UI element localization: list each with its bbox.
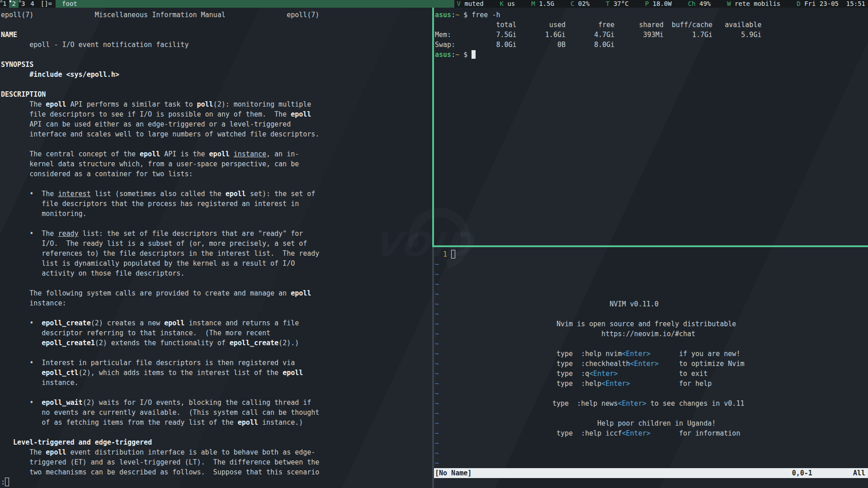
status-key: D	[797, 0, 800, 7]
workspace-tag-1[interactable]: 1	[0, 0, 9, 8]
tag-client-indicator	[0, 0, 2, 2]
hollow-cursor	[451, 250, 455, 258]
nvim-gutter-and-tildes: 1 ~ ~ ~ ~ ~ ~ ~ ~ ~ ~ ~ ~ ~ ~ ~ ~ ~ ~ ~ …	[435, 249, 455, 468]
workspace-tags: 1234	[0, 0, 37, 8]
tag-label: 2	[12, 0, 15, 7]
status-value: Fri 23-05 15:51	[801, 0, 865, 7]
status-segment-t: T 37°C	[606, 0, 629, 8]
status-segment-ch: Ch 49%	[688, 0, 711, 8]
status-key: T	[606, 0, 609, 7]
dwm-status-bar: 1234 []= foot V mutedK usM 1.5GC 02%T 37…	[0, 0, 868, 8]
tag-client-indicator	[9, 0, 11, 2]
layout-indicator[interactable]: []=	[37, 0, 56, 8]
workspace-tag-2[interactable]: 2	[9, 0, 18, 8]
focused-window-title: foot	[56, 0, 454, 8]
terminal-man-page[interactable]: epoll(7) Miscellaneous Information Manua…	[0, 8, 432, 488]
status-value: muted	[461, 0, 484, 7]
status-segment-c: C 02%	[571, 0, 590, 8]
status-segment-p: P 18.0W	[645, 0, 672, 8]
ruler-gap	[812, 468, 853, 478]
hollow-cursor	[5, 478, 9, 486]
tag-label: 1	[3, 0, 6, 7]
status-segment-v: V muted	[457, 0, 484, 8]
terminal-cursor	[472, 50, 476, 59]
status-segment-k: K us	[500, 0, 515, 8]
status-segment-d: D Fri 23-05 15:51	[797, 0, 865, 8]
man-page-text: epoll(7) Miscellaneous Information Manua…	[0, 8, 432, 487]
status-value: us	[504, 0, 515, 7]
status-key: Ch	[688, 0, 696, 7]
nvim-statusline: [No Name] 0,0-1All	[434, 468, 868, 478]
nvim-ruler: 0,0-1All	[792, 468, 865, 478]
status-segment-w: W rete mobilis	[727, 0, 780, 8]
status-key: P	[645, 0, 649, 7]
shell-output-text: asus:~ $ free -h total used free shared …	[434, 8, 868, 60]
system-status: V mutedK usM 1.5GC 02%T 37°CP 18.0WCh 49…	[454, 0, 868, 8]
status-key: W	[727, 0, 731, 7]
status-segment-m: M 1.5G	[531, 0, 554, 8]
status-value: rete mobilis	[731, 0, 781, 7]
neovim-window[interactable]: 1 ~ ~ ~ ~ ~ ~ ~ ~ ~ ~ ~ ~ ~ ~ ~ ~ ~ ~ ~ …	[434, 247, 868, 488]
status-value: 49%	[696, 0, 711, 7]
nvim-cursor-position: 0,0-1	[792, 468, 812, 478]
nvim-file-name: [No Name]	[435, 468, 472, 478]
tag-label: 3	[21, 0, 25, 7]
workspace-tag-3[interactable]: 3	[19, 0, 28, 8]
tag-client-indicator	[19, 0, 21, 2]
status-value: 37°C	[610, 0, 629, 7]
nvim-scroll-indicator: All	[853, 468, 865, 478]
nvim-intro-text: NVIM v0.11.0 Nvim is open source and fre…	[552, 299, 744, 438]
status-key: M	[531, 0, 535, 7]
status-value: 02%	[574, 0, 590, 7]
workspace-tag-4[interactable]: 4	[28, 0, 37, 8]
status-key: K	[500, 0, 504, 7]
status-key: V	[457, 0, 461, 7]
tag-label: 4	[30, 0, 34, 7]
status-value: 1.5G	[535, 0, 554, 7]
terminal-shell[interactable]: asus:~ $ free -h total used free shared …	[434, 8, 868, 245]
status-value: 18.0W	[649, 0, 672, 7]
